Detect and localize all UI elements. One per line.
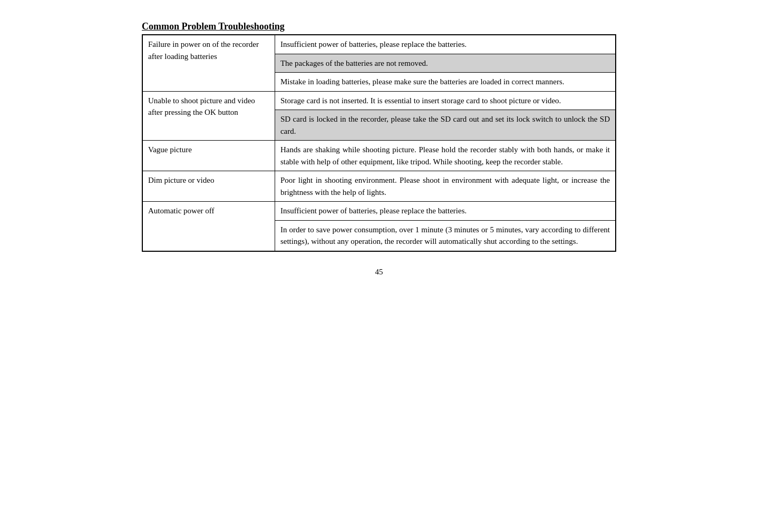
solution-cell: Storage card is not inserted. It is esse… [275, 91, 616, 110]
table-row: Automatic power off Insufficient power o… [142, 202, 616, 221]
problem-cell: Failure in power on of the recorder afte… [142, 35, 275, 91]
solution-cell: In order to save power consumption, over… [275, 220, 616, 251]
solution-cell: Insufficient power of batteries, please … [275, 35, 616, 54]
troubleshooting-table: Failure in power on of the recorder afte… [142, 34, 616, 252]
page-number: 45 [142, 268, 616, 277]
solution-cell-highlighted: The packages of the batteries are not re… [275, 54, 616, 73]
problem-cell: Dim picture or video [142, 171, 275, 202]
solution-cell: Poor light in shooting environment. Plea… [275, 171, 616, 202]
table-row: Vague picture Hands are shaking while sh… [142, 141, 616, 171]
page-content: Common Problem Troubleshooting Failure i… [142, 21, 616, 277]
table-row: Failure in power on of the recorder afte… [142, 35, 616, 54]
table-row: Dim picture or video Poor light in shoot… [142, 171, 616, 202]
solution-cell-highlighted: SD card is locked in the recorder, pleas… [275, 110, 616, 141]
solution-cell: Hands are shaking while shooting picture… [275, 141, 616, 171]
solution-cell: Mistake in loading batteries, please mak… [275, 73, 616, 92]
table-row: Unable to shoot picture and video after … [142, 91, 616, 110]
solution-cell: Insufficient power of batteries, please … [275, 202, 616, 221]
problem-cell: Unable to shoot picture and video after … [142, 91, 275, 141]
page-title: Common Problem Troubleshooting [142, 21, 616, 32]
problem-cell: Automatic power off [142, 202, 275, 251]
problem-cell: Vague picture [142, 141, 275, 171]
